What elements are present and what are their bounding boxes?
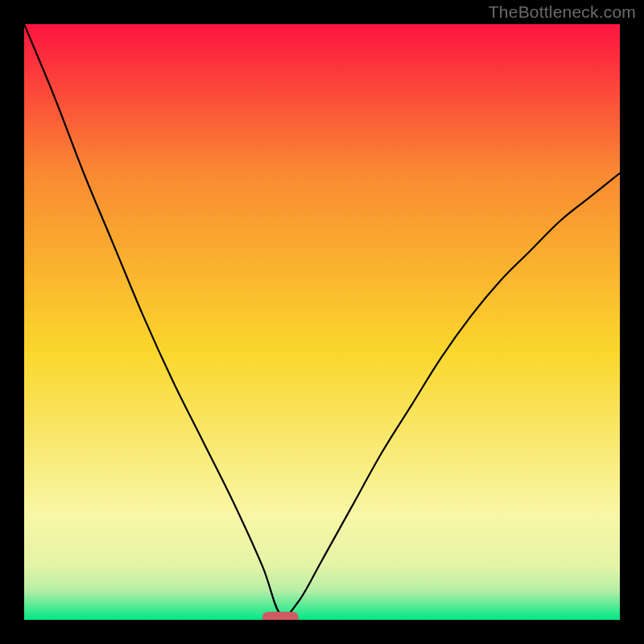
watermark-text: TheBottleneck.com <box>489 2 636 22</box>
plot-area <box>24 24 620 620</box>
optimum-marker <box>262 612 298 620</box>
chart-frame: TheBottleneck.com <box>0 0 644 644</box>
bottleneck-curve <box>24 24 620 620</box>
